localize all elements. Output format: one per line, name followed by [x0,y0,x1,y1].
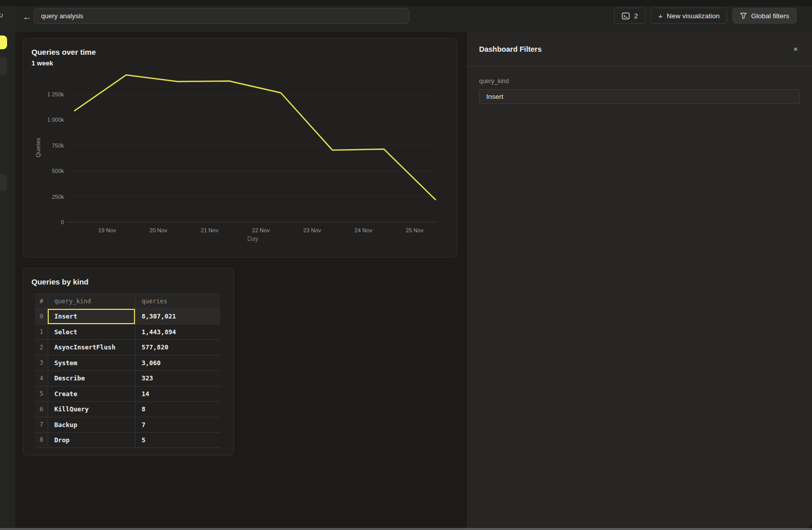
query-kind-cell[interactable]: System [48,356,135,371]
queries-by-kind-card: Queries by kind #query_kindqueries0Inser… [23,268,234,455]
row-index: 4 [35,371,48,386]
row-index: 3 [35,356,48,371]
queries-cell[interactable]: 323 [135,371,220,386]
queries-cell[interactable]: 577,820 [135,340,220,355]
dashboard-filters-panel: Dashboard Filters × query_kind Insert [467,32,812,528]
y-axis-tick-label: 1 000k [47,117,64,123]
global-filters-label: Global filters [751,12,789,20]
funnel-icon [740,12,747,19]
x-axis-tick-label: 23 Nov [303,227,321,233]
x-axis-tick-label: 22 Nov [252,227,270,233]
close-icon[interactable]: × [793,45,798,53]
table-row: 6KillQuery8 [35,401,220,417]
query-kind-cell[interactable]: AsyncInsertFlush [48,340,135,355]
queries-over-time-chart[interactable]: 0250k500k750k1 000k1 250kQueries19 Nov20… [23,39,458,258]
back-arrow-icon[interactable]: ← [20,10,33,23]
column-header-query_kind[interactable]: query_kind [48,294,135,308]
rail-item-1[interactable] [0,57,7,75]
row-index: 2 [35,340,48,355]
new-visualization-button[interactable]: + New visualization [651,8,727,24]
column-header-queries[interactable]: queries [135,294,220,308]
query-kind-cell[interactable]: Create [48,386,135,402]
window-bottom-edge [0,528,812,530]
filters-panel-header: Dashboard Filters × [467,32,812,66]
x-axis-tick-label: 20 Nov [150,227,167,233]
row-index: 5 [35,386,48,402]
rail-yellow-swatch[interactable] [0,36,7,49]
top-bar: ← 2 + New visualization Global filter [15,6,812,32]
query-kind-cell[interactable]: Insert [48,309,135,324]
filters-panel-body: query_kind Insert [467,66,812,104]
global-filters-button[interactable]: Global filters [732,8,797,24]
query-kind-cell[interactable]: Backup [48,417,135,433]
window-top-edge [0,0,812,6]
x-axis-tick-label: 24 Nov [355,227,373,233]
x-axis-tick-label: 25 Nov [406,227,424,233]
query-kind-cell[interactable]: KillQuery [48,402,135,417]
refresh-icon[interactable]: ↻ [0,11,4,19]
chart-title: Queries over time [31,48,96,56]
queries-cell[interactable]: 8 [135,402,220,417]
table-row: 2AsyncInsertFlush577,820 [35,339,220,355]
y-axis-tick-label: 250k [52,194,64,200]
dashboard-canvas: 0250k500k750k1 000k1 250kQueries19 Nov20… [15,32,467,528]
queries-over-time-card: 0250k500k750k1 000k1 250kQueries19 Nov20… [23,38,457,258]
dashboard-title-input[interactable] [33,8,410,24]
filters-panel-title: Dashboard Filters [479,45,542,53]
query-kind-filter-select[interactable]: Insert [479,89,800,104]
new-visualization-label: New visualization [667,12,720,20]
y-axis-tick-label: 500k [52,168,64,174]
console-icon [622,12,630,20]
row-index: 0 [35,309,48,324]
queries-cell[interactable]: 3,060 [135,356,220,371]
x-axis-title: Day [247,235,258,242]
query-kind-cell[interactable]: Describe [48,371,135,386]
queries-cell[interactable]: 8,307,021 [135,309,220,324]
topbar-actions: 2 + New visualization Global filters [614,8,797,24]
table-row: 1Select1,443,894 [35,324,220,340]
table-row: 7Backup7 [35,417,220,433]
row-index: 1 [35,325,48,340]
table-row: 4Describe323 [35,370,220,386]
column-header-index[interactable]: # [35,294,48,308]
table-title: Queries by kind [31,277,89,286]
x-axis-tick-label: 21 Nov [201,227,219,233]
queries-cell[interactable]: 7 [135,417,220,433]
chart-subtitle: 1 week [31,59,53,67]
table-header-row: #query_kindqueries [35,294,220,308]
table-row: 5Create14 [35,386,220,402]
queries-by-kind-table: #query_kindqueries0Insert8,307,0211Selec… [35,294,220,448]
queries-cell[interactable]: 14 [135,386,220,402]
queries-cell[interactable]: 5 [135,433,220,447]
y-axis-title: Queries [35,137,41,157]
plus-icon: + [658,12,663,20]
row-index: 8 [35,433,48,447]
rail-item-2[interactable] [0,174,7,191]
row-index: 7 [35,417,48,433]
queries-line-series[interactable] [75,75,435,200]
query-kind-cell[interactable]: Select [48,325,135,340]
left-rail: ↻ [0,6,15,528]
query-kind-filter-label: query_kind [479,78,800,85]
table-row: 3System3,060 [35,355,220,371]
y-axis-tick-label: 0 [61,219,64,225]
x-axis-tick-label: 19 Nov [98,227,116,233]
query-kind-cell[interactable]: Drop [48,433,135,447]
y-axis-tick-label: 1 250k [47,91,64,97]
row-index: 6 [35,402,48,417]
console-count: 2 [634,12,638,20]
console-count-button[interactable]: 2 [614,8,646,24]
table-row: 8Drop5 [35,432,220,448]
y-axis-tick-label: 750k [52,143,64,149]
queries-cell[interactable]: 1,443,894 [135,325,220,340]
table-row: 0Insert8,307,021 [35,308,220,324]
